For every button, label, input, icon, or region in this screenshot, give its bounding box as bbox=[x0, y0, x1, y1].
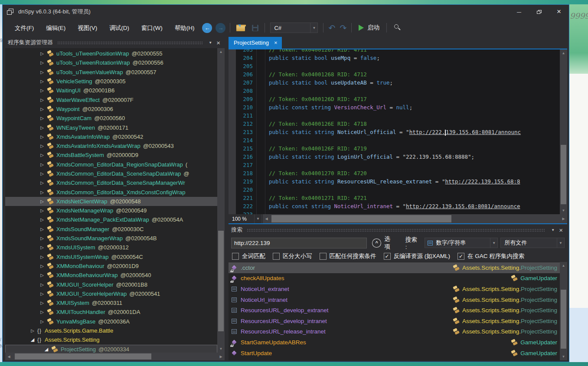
expander-collapsed-icon[interactable]: ▷ bbox=[39, 70, 45, 75]
minimize-button[interactable]: — bbox=[509, 5, 529, 19]
checkbox-checked[interactable]: ✓ bbox=[457, 253, 464, 260]
tree-item-WaypointCam[interactable]: ▷WaypointCam@02000560 bbox=[5, 114, 217, 123]
expander-collapsed-icon[interactable]: ▷ bbox=[39, 107, 45, 111]
tree-item-XmdsSoundManager[interactable]: ▷XmdsSoundManager@0200030C bbox=[5, 225, 217, 234]
tree-item-WNEasyTween[interactable]: ▷WNEasyTween@02000171 bbox=[5, 123, 217, 132]
expander-collapsed-icon[interactable]: ▷ bbox=[39, 144, 45, 148]
scroll-down-arrow[interactable]: ▼ bbox=[217, 345, 225, 353]
tree-item-uTools_uTweenRotationWrap[interactable]: ▷uTools_uTweenRotationWrap@02000556 bbox=[5, 58, 217, 67]
chevron-down-icon[interactable]: ▼ bbox=[490, 238, 497, 248]
code-line-210[interactable]: 210public const string VersionCheck_Url … bbox=[229, 103, 560, 111]
tree-item-Waypoint[interactable]: ▷Waypoint@02000306 bbox=[5, 105, 217, 114]
tree-item-WaitingUI[interactable]: ▷WaitingUI@020001B6 bbox=[5, 86, 217, 95]
tree-item-XmdsCommon_EditorData_XmdsConstConfigWrap[interactable]: ▷XmdsCommon_EditorData_XmdsConstConfigWr… bbox=[5, 187, 217, 196]
expander-collapsed-icon[interactable]: ▷ bbox=[39, 291, 45, 296]
menu-item-0[interactable]: 文件(F) bbox=[9, 22, 40, 34]
scroll-up-arrow[interactable]: ▲ bbox=[560, 262, 567, 269]
code-line-209[interactable]: 209// Token: 0x0400126D RID: 4717 bbox=[229, 95, 560, 103]
navigate-forward-button[interactable]: → bbox=[216, 23, 225, 33]
code-line-215[interactable]: 215// Token: 0x0400126F RID: 4719 bbox=[229, 144, 560, 153]
expander-collapsed-icon[interactable]: ▷ bbox=[39, 98, 45, 102]
tree-item-XMMonoBehaviour[interactable]: ▷XMMonoBehaviour@020001D9 bbox=[5, 261, 217, 271]
tree-item-WaterWaveEffect[interactable]: ▷WaterWaveEffect@0200007F bbox=[5, 95, 217, 104]
code-line-220[interactable]: 220 bbox=[229, 186, 560, 194]
zoom-dropdown-icon[interactable]: ▼ bbox=[255, 214, 262, 223]
expander-collapsed-icon[interactable]: ▷ bbox=[39, 60, 45, 65]
search-type-filter[interactable]: 数字/字符串 ▼ bbox=[425, 238, 498, 248]
menu-item-2[interactable]: 视图(V) bbox=[72, 22, 103, 34]
expander-collapsed-icon[interactable]: ▷ bbox=[39, 162, 45, 167]
checkbox-unchecked[interactable] bbox=[320, 253, 327, 260]
expander-collapsed-icon[interactable]: ▷ bbox=[39, 79, 45, 84]
checkbox-unchecked[interactable] bbox=[273, 253, 280, 260]
menu-item-5[interactable]: 帮助(H) bbox=[169, 22, 201, 34]
code-line-205[interactable]: 205 bbox=[229, 62, 560, 70]
code-line-218[interactable]: 218// Token: 0x04001270 RID: 4720 bbox=[229, 169, 560, 177]
code-line-216[interactable]: 216public static string LoginUrl_officia… bbox=[229, 153, 560, 161]
results-scroll-thumb[interactable] bbox=[561, 290, 566, 349]
tree-item-YunvaMsgBase[interactable]: ▷YunvaMsgBase@0200036A bbox=[5, 317, 217, 326]
tree-item-XmdsCommon_EditorData_SceneSnapDataWrap[interactable]: ▷XmdsCommon_EditorData_SceneSnapDataWrap… bbox=[5, 169, 217, 178]
expander-collapsed-icon[interactable]: ▷ bbox=[39, 282, 45, 287]
expander-collapsed-icon[interactable]: ▷ bbox=[39, 153, 45, 157]
code-line-208[interactable]: 208 bbox=[229, 87, 560, 95]
chevron-down-icon[interactable]: ▼ bbox=[557, 238, 564, 248]
tree-item-VehicleSetting[interactable]: ▷VehicleSetting@02000305 bbox=[5, 77, 217, 86]
expander-collapsed-icon[interactable]: ▷ bbox=[39, 88, 45, 93]
search-result-NoticeUrl_intranet[interactable]: NoticeUrl_intranetAssets.Scripts.Setting… bbox=[229, 294, 560, 305]
open-file-icon[interactable] bbox=[236, 25, 245, 31]
tree-item-XMUITouchHandler[interactable]: ▷XMUITouchHandler@020001DA bbox=[5, 307, 217, 317]
search-icon[interactable] bbox=[394, 24, 401, 31]
code-editor[interactable]: 203// Token: 0x04001267 RID: 4711204publ… bbox=[229, 49, 567, 214]
scroll-right-arrow[interactable]: ▶ bbox=[560, 214, 567, 223]
scroll-down-arrow[interactable]: ▼ bbox=[560, 353, 567, 360]
panel-menu-icon[interactable]: ▼ bbox=[206, 41, 215, 45]
scroll-up-arrow[interactable]: ▲ bbox=[217, 48, 225, 56]
chevron-down-icon[interactable]: ▼ bbox=[310, 23, 317, 33]
expander-collapsed-icon[interactable]: ▷ bbox=[39, 199, 45, 204]
editor-scroll-thumb[interactable] bbox=[561, 145, 566, 204]
search-result-.cctor[interactable]: .cctorAssets.Scripts.Setting.ProjectSett… bbox=[229, 262, 560, 273]
tab-projectsetting[interactable]: ProjectSetting × bbox=[229, 37, 282, 49]
code-line-212[interactable]: 212// Token: 0x0400126E RID: 4718 bbox=[229, 120, 560, 128]
expander-collapsed-icon[interactable]: ▷ bbox=[39, 245, 45, 250]
search-result-NoticeUrl_extranet[interactable]: NoticeUrl_extranetAssets.Scripts.Setting… bbox=[229, 284, 560, 294]
editor-hscroll-thumb[interactable] bbox=[271, 215, 451, 222]
tree-vertical-scrollbar[interactable]: ▲ ▼ bbox=[217, 48, 225, 353]
panel-splitter[interactable] bbox=[225, 37, 229, 360]
tree-item-XmdsNetClientWrap[interactable]: ▷XmdsNetClientWrap@02000548 bbox=[5, 197, 217, 206]
code-line-203[interactable]: 203// Token: 0x04001267 RID: 4711 bbox=[229, 49, 560, 54]
panel-close-icon[interactable]: × bbox=[557, 226, 565, 234]
tree-item-Assets.Scripts.Game.Battle[interactable]: ▷{}Assets.Scripts.Game.Battle bbox=[5, 326, 217, 335]
tree-item-ProjectSetting[interactable]: ◢ProjectSetting@02000334 bbox=[5, 345, 217, 353]
tree-item-XMMonoBehaviourWrap[interactable]: ▷XMMonoBehaviourWrap@02000540 bbox=[5, 271, 217, 280]
search-result-checkAllUpdates[interactable]: checkAllUpdatesGameUpdater bbox=[229, 273, 560, 284]
tree-horizontal-scrollbar[interactable]: ◀ ▶ bbox=[5, 353, 225, 360]
search-file-filter[interactable]: 所有文件 ▼ bbox=[500, 238, 565, 248]
restore-button[interactable] bbox=[529, 5, 549, 19]
language-selector[interactable]: C# ▼ bbox=[270, 23, 318, 33]
code-line-221[interactable]: 221// Token: 0x04001271 RID: 4721 bbox=[229, 194, 560, 202]
tree-item-XMUGUI_ScoreHelperWrap[interactable]: ▷XMUGUI_ScoreHelperWrap@02000541 bbox=[5, 289, 217, 298]
tree-item-XmdsCommon_EditorData_SceneSnapManagerWr[interactable]: ▷XmdsCommon_EditorData_SceneSnapManagerW… bbox=[5, 178, 217, 187]
close-button[interactable]: × bbox=[549, 5, 569, 19]
redo-icon[interactable]: ↷ bbox=[340, 24, 346, 32]
tree-item-uTools_uTweenValueWrap[interactable]: ▷uTools_uTweenValueWrap@02000557 bbox=[5, 68, 217, 77]
expander-collapsed-icon[interactable]: ▷ bbox=[39, 116, 45, 121]
expander-collapsed-icon[interactable]: ▷ bbox=[39, 217, 45, 222]
expander-collapsed-icon[interactable]: ▷ bbox=[39, 125, 45, 130]
expander-collapsed-icon[interactable]: ▷ bbox=[29, 328, 36, 333]
panel-menu-icon[interactable]: ▼ bbox=[549, 228, 557, 232]
expander-collapsed-icon[interactable]: ▷ bbox=[39, 301, 45, 305]
zoom-level[interactable]: 100 % bbox=[229, 214, 255, 223]
undo-icon[interactable]: ↶ bbox=[328, 24, 335, 32]
scroll-down-arrow[interactable]: ▼ bbox=[560, 207, 567, 214]
scroll-up-arrow[interactable]: ▲ bbox=[560, 49, 567, 57]
tree-item-XmdsSoundManagerWrap[interactable]: ▷XmdsSoundManagerWrap@0200054B bbox=[5, 234, 217, 243]
scroll-left-arrow[interactable]: ◀ bbox=[263, 214, 270, 223]
expander-collapsed-icon[interactable]: ▷ bbox=[39, 171, 45, 176]
tree-scroll-thumb[interactable] bbox=[218, 231, 224, 331]
code-line-219[interactable]: 219public static string ResourcesURL_rel… bbox=[229, 177, 560, 186]
expander-expanded-icon[interactable]: ◢ bbox=[43, 346, 49, 352]
editor-vertical-scrollbar[interactable]: ▲ ▼ bbox=[560, 49, 567, 214]
